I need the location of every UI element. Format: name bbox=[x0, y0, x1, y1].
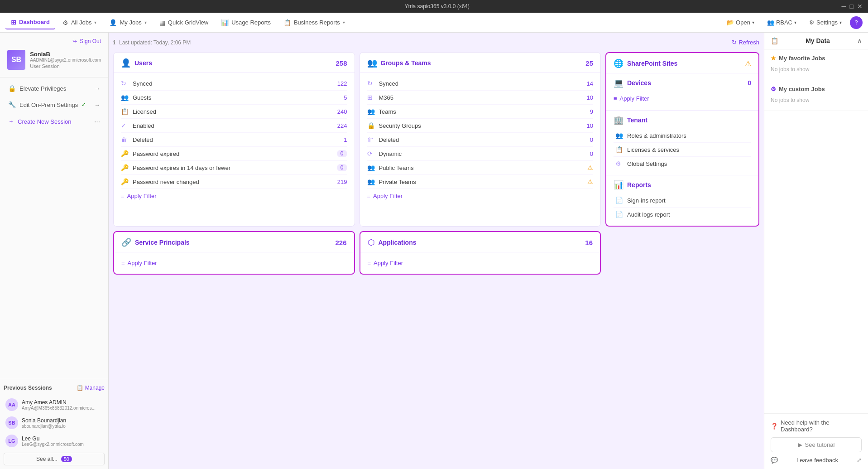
sync-icon: ↻ bbox=[121, 80, 129, 87]
minimize-button[interactable]: ─ bbox=[842, 3, 846, 10]
users-apply-filter[interactable]: ≡ Apply Filter bbox=[121, 189, 347, 203]
groups-teams-card: 👥 Groups & Teams 25 ↻ Synced 14 ⊞ M365 bbox=[360, 52, 601, 227]
users-enabled-item[interactable]: ✓ Enabled 224 bbox=[121, 119, 347, 133]
session-item-lee[interactable]: LG Lee Gu LeeG@sygx2.onmicrosoft.com bbox=[4, 432, 105, 450]
groups-synced-item[interactable]: ↻ Synced 14 bbox=[367, 77, 594, 91]
session-item-amy[interactable]: AA Amy Ames ADMIN AmyA@M365x85832012.onm… bbox=[4, 396, 105, 414]
help-link[interactable]: ❓ Need help with the Dashboard? bbox=[771, 419, 862, 433]
groups-dynamic-label: Dynamic bbox=[379, 150, 590, 157]
groups-teams-item[interactable]: 👥 Teams 9 bbox=[367, 105, 594, 119]
service-principals-title: Service Principals bbox=[135, 239, 331, 246]
global-settings-item[interactable]: ⚙ Global Settings bbox=[614, 157, 751, 170]
applications-count: 16 bbox=[585, 239, 593, 247]
users-guests-label: Guests bbox=[133, 94, 344, 101]
elevate-privileges-button[interactable]: 🔒 Elevate Privileges → bbox=[4, 81, 105, 96]
service-principals-body: ≡ Apply Filter bbox=[114, 252, 354, 274]
open-icon: 📂 bbox=[727, 19, 734, 26]
bottom-right-spacer bbox=[605, 231, 759, 275]
devices-apply-filter[interactable]: ≡ Apply Filter bbox=[614, 92, 751, 106]
service-principals-apply-filter[interactable]: ≡ Apply Filter bbox=[121, 256, 347, 270]
tab-dashboard[interactable]: ⊞ Dashboard bbox=[5, 16, 55, 29]
users-deleted-item[interactable]: 🗑 Deleted 1 bbox=[121, 133, 347, 147]
chevron-down-icon: ▾ bbox=[752, 20, 754, 25]
groups-card-body: ↻ Synced 14 ⊞ M365 10 👥 Teams 9 bbox=[360, 73, 601, 207]
arrow-right-icon: → bbox=[94, 102, 100, 108]
warn-icon: ⚠ bbox=[587, 178, 593, 185]
tab-all-jobs[interactable]: ⚙ All Jobs ▾ bbox=[57, 16, 102, 29]
users-card: 👤 Users 258 ↻ Synced 122 👥 Guests bbox=[113, 52, 355, 227]
users-card-header: 👤 Users 258 bbox=[114, 53, 355, 73]
right-panel-chevron-icon[interactable]: ∧ bbox=[857, 37, 862, 44]
groups-m365-item[interactable]: ⊞ M365 10 bbox=[367, 91, 594, 105]
sign-ins-report-item[interactable]: 📄 Sign-ins report bbox=[614, 193, 751, 208]
groups-m365-label: M365 bbox=[379, 94, 587, 101]
manage-sessions-button[interactable]: 📋 Manage bbox=[77, 385, 105, 391]
tutorial-label: See tutorial bbox=[805, 441, 835, 448]
groups-deleted-item[interactable]: 🗑 Deleted 0 bbox=[367, 133, 594, 147]
users-licensed-item[interactable]: 📋 Licensed 240 bbox=[121, 105, 347, 119]
tenant-section: 🏢 Tenant 👥 Roles & administrators 📋 Lice… bbox=[606, 111, 758, 175]
roles-icon: 👥 bbox=[615, 132, 623, 139]
sharepoint-warn-icon: ⚠ bbox=[745, 59, 751, 68]
last-updated: Last updated: Today, 2:06 PM bbox=[119, 39, 191, 46]
audit-logs-item[interactable]: 📄 Audit logs report bbox=[614, 208, 751, 221]
open-button[interactable]: 📂 Open ▾ bbox=[722, 17, 759, 28]
edit-onprem-button[interactable]: 🔧 Edit On-Prem Settings ✓ → bbox=[4, 97, 105, 112]
users-pwd-never-item[interactable]: 🔑 Password never changed 219 bbox=[121, 175, 347, 189]
more-icon: ⋯ bbox=[94, 118, 100, 125]
sidebar-actions: 🔒 Elevate Privileges → 🔧 Edit On-Prem Se… bbox=[0, 77, 108, 133]
groups-public-teams-item[interactable]: 👥 Public Teams ⚠ bbox=[367, 161, 594, 175]
users-pwd-expires-item[interactable]: 🔑 Password expires in 14 days or fewer 0 bbox=[121, 161, 347, 175]
users-synced-item[interactable]: ↻ Synced 122 bbox=[121, 77, 347, 91]
close-button[interactable]: ✕ bbox=[857, 3, 863, 10]
groups-private-teams-item[interactable]: 👥 Private Teams ⚠ bbox=[367, 175, 594, 189]
session-info-amy: Amy Ames ADMIN AmyA@M365x85832012.onmicr… bbox=[22, 399, 96, 411]
leave-feedback-button[interactable]: 💬 Leave feedback ⤢ bbox=[771, 457, 862, 464]
users-pwd-never-count: 219 bbox=[337, 179, 347, 185]
tutorial-button[interactable]: ▶ See tutorial bbox=[771, 437, 862, 452]
reports-section-title: 📊 Reports bbox=[614, 180, 751, 190]
tab-quick-gridview[interactable]: ▦ Quick GridView bbox=[154, 16, 214, 29]
applications-icon: ⬡ bbox=[368, 237, 375, 247]
tab-usage-reports[interactable]: 📊 Usage Reports bbox=[216, 16, 276, 29]
avatar: SB bbox=[7, 50, 25, 70]
filter-icon: ≡ bbox=[367, 193, 371, 199]
rbac-button[interactable]: 👥 RBAC ▾ bbox=[762, 17, 801, 28]
tab-my-jobs[interactable]: 👤 My Jobs ▾ bbox=[104, 16, 152, 29]
tab-business-reports[interactable]: 📋 Business Reports ▾ bbox=[278, 16, 350, 29]
maximize-button[interactable]: □ bbox=[850, 3, 854, 10]
elevate-label: Elevate Privileges bbox=[19, 85, 66, 92]
sidebar: ↪ Sign Out SB SoniaB AADMIN1@sygx2.onmic… bbox=[0, 33, 109, 469]
devices-icon: 💻 bbox=[614, 78, 623, 88]
create-session-button[interactable]: ＋ Create New Session ⋯ bbox=[4, 114, 105, 129]
custom-jobs-empty: No jobs to show bbox=[771, 95, 862, 105]
session-item-sonia[interactable]: SB Sonia Bounardjian sbounardjian@ytria.… bbox=[4, 414, 105, 432]
audit-icon: 📄 bbox=[615, 211, 623, 218]
sessions-title: Previous Sessions bbox=[4, 385, 52, 391]
users-pwd-expires-label: Password expires in 14 days or fewer bbox=[133, 164, 337, 171]
groups-security-item[interactable]: 🔒 Security Groups 10 bbox=[367, 119, 594, 133]
see-all-button[interactable]: See all... 50 bbox=[4, 453, 105, 465]
applications-apply-filter[interactable]: ≡ Apply Filter bbox=[368, 256, 593, 270]
settings-button[interactable]: ⚙ Settings ▾ bbox=[805, 17, 846, 28]
help-button[interactable]: ? bbox=[850, 16, 863, 29]
teams-icon: 👥 bbox=[367, 108, 375, 115]
window-controls[interactable]: ─ □ ✕ bbox=[842, 3, 863, 10]
users-pwd-expired-item[interactable]: 🔑 Password expired 0 bbox=[121, 147, 347, 161]
users-synced-count: 122 bbox=[337, 80, 347, 87]
sign-out-button[interactable]: ↪ Sign Out bbox=[4, 36, 105, 46]
right-panel-title: My Data bbox=[806, 37, 830, 44]
users-guests-item[interactable]: 👥 Guests 5 bbox=[121, 91, 347, 105]
filter-icon: ≡ bbox=[121, 193, 125, 199]
groups-private-teams-label: Private Teams bbox=[379, 179, 588, 185]
users-enabled-count: 224 bbox=[337, 122, 347, 129]
dynamic-icon: ⟳ bbox=[367, 150, 375, 157]
tab-quick-gridview-label: Quick GridView bbox=[168, 19, 208, 26]
check-icon: ✓ bbox=[82, 102, 86, 108]
groups-dynamic-item[interactable]: ⟳ Dynamic 0 bbox=[367, 147, 594, 161]
licenses-item[interactable]: 📋 Licenses & services bbox=[614, 143, 751, 157]
groups-apply-filter[interactable]: ≡ Apply Filter bbox=[367, 189, 594, 203]
roles-item[interactable]: 👥 Roles & administrators bbox=[614, 129, 751, 143]
favorite-jobs-empty: No jobs to show bbox=[771, 64, 862, 74]
refresh-button[interactable]: ↻ Refresh bbox=[732, 39, 759, 46]
